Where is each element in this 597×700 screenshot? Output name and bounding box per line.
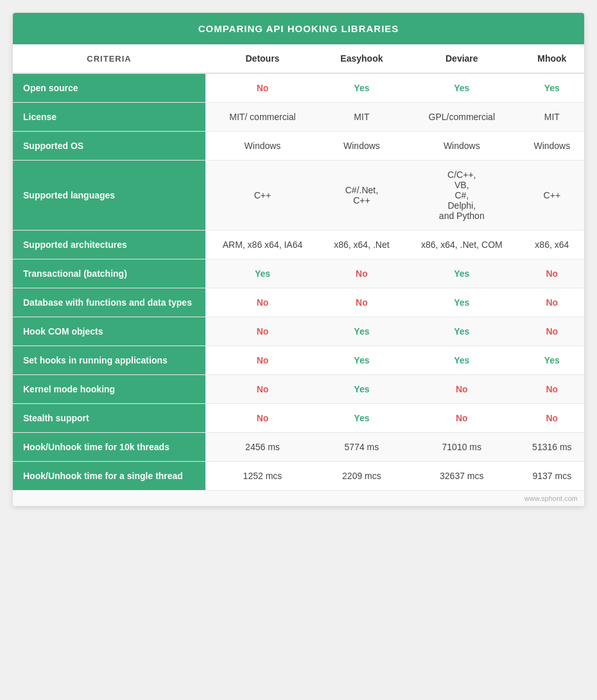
cell-easyhook: MIT	[320, 103, 404, 132]
table-row: Database with functions and data typesNo…	[13, 288, 584, 317]
cell-detours: MIT/ commercial	[205, 103, 320, 132]
cell-mhook: Yes	[520, 346, 584, 375]
cell-detours: C++	[205, 161, 320, 231]
comparison-table-wrapper: COMPARING API HOOKING LIBRARIES CRITERIA…	[13, 13, 584, 506]
cell-mhook: x86, x64	[520, 231, 584, 259]
cell-detours: 2456 ms	[205, 433, 320, 462]
cell-easyhook: Yes	[320, 346, 404, 375]
cell-mhook: Windows	[520, 132, 584, 161]
cell-easyhook: 2209 mcs	[320, 462, 404, 491]
header-criteria: CRITERIA	[13, 44, 205, 73]
comparison-table: CRITERIA Detours Easyhook Deviare Mhook …	[13, 44, 584, 491]
cell-detours: No	[205, 375, 320, 404]
cell-detours: ARM, x86 x64, IA64	[205, 231, 320, 259]
cell-mhook: No	[520, 404, 584, 433]
cell-deviare: No	[404, 404, 520, 433]
cell-mhook: No	[520, 288, 584, 317]
cell-mhook: No	[520, 317, 584, 346]
table-title: COMPARING API HOOKING LIBRARIES	[13, 13, 584, 44]
header-deviare: Deviare	[404, 44, 520, 73]
criteria-cell: Transactional (batching)	[13, 259, 205, 288]
cell-mhook: C++	[520, 161, 584, 231]
cell-easyhook: Yes	[320, 375, 404, 404]
table-row: Hook/Unhook time for a single thread1252…	[13, 462, 584, 491]
cell-deviare: No	[404, 375, 520, 404]
cell-mhook: Yes	[520, 73, 584, 103]
cell-deviare: Yes	[404, 317, 520, 346]
criteria-cell: Hook/Unhook time for a single thread	[13, 462, 205, 491]
cell-easyhook: x86, x64, .Net	[320, 231, 404, 259]
cell-detours: 1252 mcs	[205, 462, 320, 491]
cell-easyhook: No	[320, 259, 404, 288]
cell-easyhook: No	[320, 288, 404, 317]
cell-mhook: MIT	[520, 103, 584, 132]
header-mhook: Mhook	[520, 44, 584, 73]
criteria-cell: License	[13, 103, 205, 132]
cell-easyhook: Yes	[320, 404, 404, 433]
cell-deviare: Yes	[404, 259, 520, 288]
cell-deviare: 71010 ms	[404, 433, 520, 462]
table-row: Kernel mode hookingNoYesNoNo	[13, 375, 584, 404]
criteria-cell: Hook COM objects	[13, 317, 205, 346]
table-row: Set hooks in running applicationsNoYesYe…	[13, 346, 584, 375]
cell-deviare: x86, x64, .Net, COM	[404, 231, 520, 259]
table-body: Open sourceNoYesYesYesLicenseMIT/ commer…	[13, 73, 584, 491]
cell-deviare: Yes	[404, 346, 520, 375]
cell-detours: No	[205, 73, 320, 103]
cell-easyhook: Yes	[320, 73, 404, 103]
table-row: Hook/Unhook time for 10k threads2456 ms5…	[13, 433, 584, 462]
criteria-cell: Set hooks in running applications	[13, 346, 205, 375]
criteria-cell: Kernel mode hooking	[13, 375, 205, 404]
cell-easyhook: Windows	[320, 132, 404, 161]
criteria-cell: Open source	[13, 73, 205, 103]
table-row: Open sourceNoYesYesYes	[13, 73, 584, 103]
criteria-cell: Supported architectures	[13, 231, 205, 259]
cell-detours: No	[205, 346, 320, 375]
table-row: Supported architecturesARM, x86 x64, IA6…	[13, 231, 584, 259]
cell-easyhook: 5774 ms	[320, 433, 404, 462]
table-row: Hook COM objectsNoYesYesNo	[13, 317, 584, 346]
criteria-cell: Stealth support	[13, 404, 205, 433]
criteria-cell: Supported languages	[13, 161, 205, 231]
header-easyhook: Easyhook	[320, 44, 404, 73]
table-row: Supported languagesC++C#/.Net,C++C/C++,V…	[13, 161, 584, 231]
cell-deviare: Windows	[404, 132, 520, 161]
cell-mhook: No	[520, 375, 584, 404]
criteria-cell: Hook/Unhook time for 10k threads	[13, 433, 205, 462]
cell-detours: No	[205, 404, 320, 433]
cell-mhook: 9137 mcs	[520, 462, 584, 491]
cell-deviare: GPL/commercial	[404, 103, 520, 132]
cell-deviare: 32637 mcs	[404, 462, 520, 491]
cell-deviare: C/C++,VB,C#,Delphi,and Python	[404, 161, 520, 231]
table-header-row: CRITERIA Detours Easyhook Deviare Mhook	[13, 44, 584, 73]
cell-detours: No	[205, 288, 320, 317]
cell-detours: No	[205, 317, 320, 346]
watermark: www.sphont.com	[13, 491, 584, 506]
criteria-cell: Database with functions and data types	[13, 288, 205, 317]
header-detours: Detours	[205, 44, 320, 73]
table-row: Supported OSWindowsWindowsWindowsWindows	[13, 132, 584, 161]
criteria-cell: Supported OS	[13, 132, 205, 161]
table-row: Transactional (batching)YesNoYesNo	[13, 259, 584, 288]
table-row: Stealth supportNoYesNoNo	[13, 404, 584, 433]
cell-deviare: Yes	[404, 288, 520, 317]
cell-mhook: 51316 ms	[520, 433, 584, 462]
table-row: LicenseMIT/ commercialMITGPL/commercialM…	[13, 103, 584, 132]
cell-easyhook: Yes	[320, 317, 404, 346]
cell-deviare: Yes	[404, 73, 520, 103]
cell-detours: Windows	[205, 132, 320, 161]
cell-mhook: No	[520, 259, 584, 288]
cell-detours: Yes	[205, 259, 320, 288]
cell-easyhook: C#/.Net,C++	[320, 161, 404, 231]
